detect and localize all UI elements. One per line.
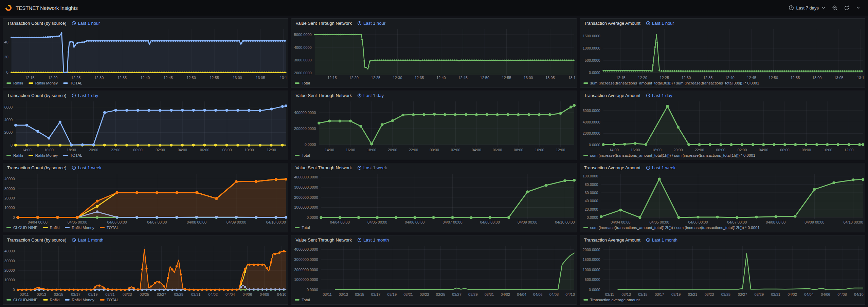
legend-item[interactable]: Rafiki	[43, 298, 60, 302]
legend-item[interactable]: Total	[295, 81, 310, 85]
x-tick-label: 12:45	[458, 76, 468, 80]
data-point-marker	[141, 40, 142, 42]
data-point-marker	[205, 289, 207, 291]
x-tick-label: 03/11	[605, 292, 614, 296]
panel-time-range-link[interactable]: Last 1 week	[357, 165, 387, 170]
panel-time-range-link[interactable]: Last 1 hour	[72, 21, 100, 26]
legend-item[interactable]: CLOUD-NINE	[6, 226, 38, 230]
chart-area[interactable]: 0.00001000000.00002000000.00003000000.00…	[291, 171, 576, 225]
zoom-out-button[interactable]	[829, 3, 840, 13]
data-point-marker	[643, 70, 645, 72]
panel-time-range-link[interactable]: Last 1 day	[72, 93, 98, 98]
panel-time-range-link[interactable]: Last 1 day	[357, 93, 384, 98]
chart-area[interactable]: 2000.00003000.00004000.00005000.000012:1…	[291, 26, 576, 81]
legend-item[interactable]: Total	[295, 298, 310, 302]
panel-time-range-link[interactable]: Last 1 month	[72, 237, 103, 243]
data-point-marker	[422, 59, 423, 61]
legend-item[interactable]: Rafiki	[43, 226, 60, 230]
chart-area[interactable]: 01000020000300004000004/04 00:0004/05 00…	[3, 171, 288, 225]
panel-title[interactable]: Transaction Average Amount	[584, 93, 640, 98]
legend-item[interactable]: Rafiki	[6, 81, 23, 85]
refresh-interval-button[interactable]	[853, 3, 863, 12]
x-tick-label: 04/10	[277, 292, 287, 296]
chart-area[interactable]: 0.0000500.00001000.00001500.000012:1512:…	[580, 26, 865, 81]
legend-item[interactable]: CLOUD-NINE	[6, 298, 38, 302]
chart-area[interactable]: 0.00002000.00004000.00006000.000014:0016…	[580, 99, 865, 153]
data-point-marker	[391, 119, 394, 122]
x-tick-label: 12:40	[725, 76, 735, 80]
panel-title[interactable]: Transaction Average Amount	[584, 237, 640, 243]
panel-title[interactable]: Transaction Count (by source)	[7, 237, 66, 243]
x-tick-label: 04/05 00:00	[649, 220, 669, 224]
data-point-marker	[72, 41, 74, 43]
panel-time-range-link[interactable]: Last 1 month	[646, 237, 677, 243]
data-point-marker	[857, 70, 858, 72]
chart-area[interactable]: 0.000020.000040.000060.000080.0000100.00…	[580, 171, 865, 225]
data-point-marker	[195, 191, 198, 194]
data-point-marker	[798, 70, 800, 72]
legend-item[interactable]: Rafiki	[6, 153, 23, 157]
legend-item[interactable]: Transaction average amount	[583, 298, 640, 302]
legend-item[interactable]: Total	[295, 153, 310, 157]
refresh-button[interactable]	[841, 3, 852, 13]
x-tick-label: 20:00	[388, 148, 397, 152]
panel-title[interactable]: Transaction Average Amount	[584, 165, 640, 170]
legend-item[interactable]: TOTAL	[63, 81, 82, 85]
x-tick-label: 12:15	[327, 76, 337, 80]
legend-item[interactable]: sum (increase(transactions_amount_total[…	[583, 153, 755, 157]
panel-title[interactable]: Transaction Average Amount	[584, 21, 640, 26]
chart-area[interactable]: 01000020000300004000003/1103/1303/1503/1…	[3, 243, 288, 298]
panel-title[interactable]: Transaction Count (by source)	[7, 21, 66, 26]
grafana-logo-icon[interactable]	[5, 4, 12, 12]
panel-title[interactable]: Value Sent Through Network	[295, 21, 352, 26]
chart-area[interactable]: 0.0000500.00001000.00001500.00002000.000…	[580, 243, 865, 298]
panel-title[interactable]: Value Sent Through Network	[295, 93, 352, 98]
panel-time-range-link[interactable]: Last 1 hour	[646, 21, 674, 26]
legend-item[interactable]: Total	[295, 226, 310, 230]
data-point-marker	[417, 59, 419, 61]
panel-time-range-link[interactable]: Last 1 day	[646, 93, 672, 98]
x-tick-label: 04/08 00:00	[766, 220, 785, 224]
panel-time-range-link[interactable]: Last 1 hour	[357, 21, 385, 26]
panel-title[interactable]: Transaction Count (by source)	[7, 165, 66, 170]
dashboard-title: TESTNET Network Insights	[16, 5, 78, 11]
panel-time-range-link[interactable]: Last 1 week	[646, 165, 675, 170]
chart-area[interactable]: 0.0000200000.0000400000.000014:0016:0018…	[291, 99, 576, 153]
y-tick-label: 500.0000	[584, 277, 600, 282]
time-range-picker-button[interactable]: Last 7 days	[786, 3, 829, 13]
panel-title[interactable]: Value Sent Through Network	[295, 237, 352, 243]
legend-item[interactable]: sum (increase(transactions_amount_total[…	[583, 81, 759, 85]
clock-icon	[646, 166, 650, 170]
legend-item[interactable]: sum (increase(transactions_amount_total[…	[583, 226, 760, 230]
panel-title[interactable]: Transaction Count (by source)	[7, 93, 66, 98]
panel-title[interactable]: Value Sent Through Network	[295, 165, 352, 170]
data-point-marker	[796, 70, 798, 72]
data-point-marker	[125, 40, 126, 42]
panel-header: Transaction Average Amount Last 1 day	[580, 91, 865, 99]
legend-item[interactable]: TOTAL	[100, 226, 119, 230]
data-point-marker	[764, 70, 766, 72]
chart-area[interactable]: 0204012:1512:2012:2512:3012:3512:4012:45…	[3, 26, 288, 81]
x-tick-label: 06:00	[780, 148, 790, 152]
chart-area[interactable]: 020004000600014:0016:0018:0020:0022:0000…	[3, 99, 288, 153]
data-point-marker	[40, 37, 42, 38]
data-point-marker	[165, 40, 167, 42]
data-point-marker	[13, 37, 15, 38]
data-point-marker	[465, 113, 467, 116]
legend-item[interactable]: TOTAL	[63, 153, 82, 157]
x-tick-label: 03/25	[140, 292, 149, 296]
legend-item[interactable]: Rafiki Money	[65, 226, 94, 230]
legend-item[interactable]: TOTAL	[100, 298, 119, 302]
panel-2: Transaction Average Amount Last 1 hour 0…	[580, 18, 865, 88]
panel-time-range-link[interactable]: Last 1 week	[72, 165, 101, 170]
legend-item[interactable]: Rafiki Money	[29, 81, 58, 85]
data-point-marker	[762, 143, 765, 146]
chart-area[interactable]: 0.00001000000.00002000000.00003000000.00…	[291, 243, 576, 298]
panel-time-range-link[interactable]: Last 1 month	[357, 237, 389, 243]
legend-item[interactable]: Rafiki Money	[29, 153, 58, 157]
data-point-marker	[278, 251, 281, 253]
data-point-marker	[17, 289, 19, 291]
legend-item[interactable]: Rafiki Money	[65, 298, 94, 302]
x-tick-label: 00:00	[133, 148, 143, 152]
panel-header: Value Sent Through Network Last 1 week	[291, 163, 576, 171]
